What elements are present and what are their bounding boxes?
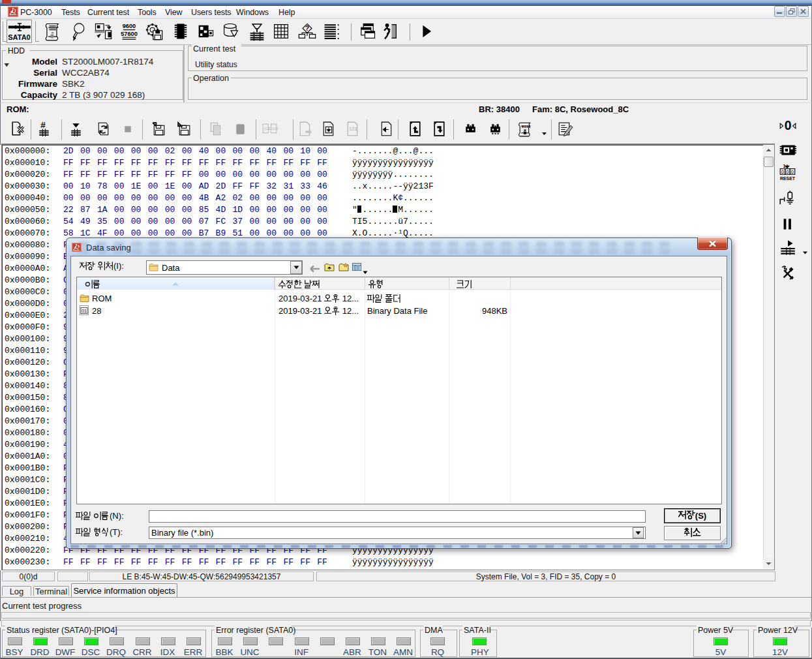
svg-text:0: 0 [785, 119, 792, 132]
svg-text:#: # [40, 120, 46, 130]
svg-text:0: 0 [786, 169, 789, 175]
svg-text:0: 0 [781, 169, 784, 175]
svg-text:9600: 9600 [123, 23, 136, 29]
svg-text:?: ? [305, 25, 309, 32]
svg-text:0: 0 [791, 169, 794, 175]
svg-text:123: 123 [349, 126, 357, 132]
svg-text:RESET: RESET [780, 176, 796, 181]
svg-text:010: 010 [272, 126, 279, 130]
svg-text:0110: 0110 [522, 125, 531, 129]
svg-text:57600: 57600 [121, 31, 138, 37]
svg-text:01: 01 [82, 309, 87, 313]
